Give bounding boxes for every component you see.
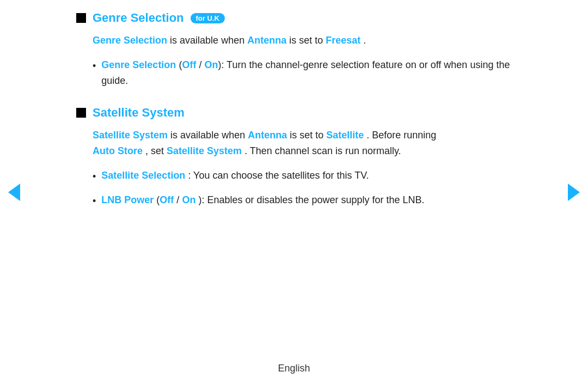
bullet-dot-1: • [93,58,96,74]
main-content: Genre Selection for U.K Genre Selection … [33,0,555,259]
list-item: • Genre Selection (Off / On): Turn the c… [93,57,512,89]
section1-desc-antenna: Antenna [247,35,286,46]
lnb-power-label: LNB Power [101,194,154,205]
bullet-dot-2: • [93,169,96,185]
lnb-off: Off [160,194,174,205]
section2-desc-text5: . Then channel scan is run normally. [244,145,401,156]
section2-desc-satellite: Satellite [326,130,364,141]
uk-badge: for U.K [191,13,225,23]
section2-desc-text2: is set to [290,130,326,141]
section2-title: Satellite System [93,106,185,120]
list-item: • Satellite Selection : You can choose t… [93,168,512,185]
section1-desc-text2: is set to [289,35,326,46]
lnb-slash: / [176,194,182,205]
section2-desc-text4: , set [145,145,167,156]
genre-selection-section: Genre Selection for U.K Genre Selection … [76,11,512,88]
lnb-on: On [182,194,195,205]
section1-title: Genre Selection [93,11,184,25]
section1-header: Genre Selection for U.K [76,11,512,25]
section1-desc-period: . [363,35,366,46]
genre-on: On [204,59,218,70]
section2-bullet-list: • Satellite Selection : You can choose t… [93,168,512,209]
lnb-power-bullet-text: LNB Power (Off / On ): Enables or disabl… [101,192,424,208]
section1-bullet-list: • Genre Selection (Off / On): Turn the c… [93,57,512,89]
satellite-selection-bullet-text: Satellite Selection : You can choose the… [101,168,369,184]
nav-arrow-left[interactable] [4,182,24,202]
nav-arrow-right[interactable] [564,182,584,202]
section2-desc-sat-sys2: Satellite System [167,145,242,156]
section2-desc-autostore: Auto Store [93,145,143,156]
section2-desc-satellite-system: Satellite System [93,130,168,141]
footer: English [0,363,588,374]
section2-description: Satellite System is available when Anten… [93,127,512,159]
right-arrow-icon [568,184,580,201]
satellite-selection-label: Satellite Selection [101,170,185,181]
section2-header: Satellite System [76,106,512,120]
genre-selection-bullet-text: Genre Selection (Off / On): Turn the cha… [101,57,512,89]
section2-desc-antenna: Antenna [248,130,287,141]
section2-bullet-square [76,108,86,118]
footer-language: English [278,363,310,374]
left-arrow-icon [8,184,20,201]
lnb-suffix: ): Enables or disables the power supply … [198,194,424,205]
section1-bullet-square [76,13,86,23]
satellite-selection-suffix: : You can choose the satellites for this… [188,170,369,181]
section2-desc-text3: . Before running [366,130,436,141]
satellite-system-section: Satellite System Satellite System is ava… [76,106,512,209]
section1-description: Genre Selection is available when Antenn… [93,33,512,48]
genre-selection-label: Genre Selection [101,59,176,70]
section2-desc-text1: is available when [170,130,248,141]
genre-slash: / [199,59,204,70]
list-item: • LNB Power (Off / On ): Enables or disa… [93,192,512,209]
section1-desc-genre: Genre Selection [93,35,167,46]
section1-desc-freesat: Freesat [326,35,360,46]
section1-desc-text1: is available when [170,35,247,46]
genre-off: Off [182,59,196,70]
bullet-dot-3: • [93,193,96,209]
